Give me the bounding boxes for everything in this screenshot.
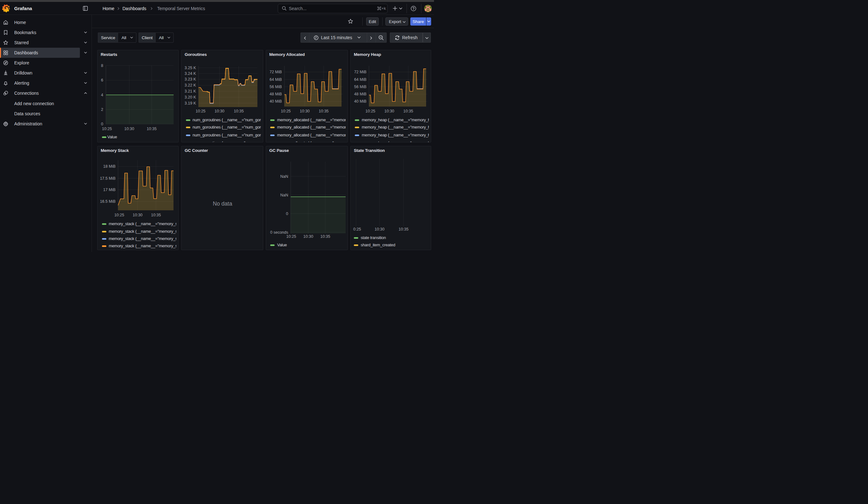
svg-text:10:35: 10:35 xyxy=(151,213,161,217)
svg-text:10:25: 10:25 xyxy=(286,234,296,239)
svg-text:8: 8 xyxy=(101,63,103,68)
svg-text:10:30: 10:30 xyxy=(215,109,225,113)
svg-text:48 MiB: 48 MiB xyxy=(270,92,282,96)
svg-text:3.25 K: 3.25 K xyxy=(185,66,196,70)
svg-text:3.23 K: 3.23 K xyxy=(185,77,196,81)
svg-text:18 MiB: 18 MiB xyxy=(103,164,115,169)
svg-text:56 MiB: 56 MiB xyxy=(270,85,282,89)
svg-text:40 MiB: 40 MiB xyxy=(354,99,366,104)
svg-text:10:35: 10:35 xyxy=(234,109,244,113)
svg-text:0: 0 xyxy=(101,122,103,126)
svg-text:10:25: 10:25 xyxy=(365,109,375,113)
svg-text:40 MiB: 40 MiB xyxy=(270,99,282,104)
svg-text:72 MiB: 72 MiB xyxy=(270,70,282,74)
svg-text:64 MiB: 64 MiB xyxy=(270,78,282,82)
svg-text:6: 6 xyxy=(101,78,103,82)
svg-text:10:25: 10:25 xyxy=(102,127,112,131)
svg-text:3.19 K: 3.19 K xyxy=(185,101,196,105)
svg-text:3.24 K: 3.24 K xyxy=(185,71,196,76)
svg-text:10:35: 10:35 xyxy=(147,127,157,131)
svg-text:10:35: 10:35 xyxy=(320,234,330,239)
svg-text:10:35: 10:35 xyxy=(319,109,329,113)
svg-text:10:30: 10:30 xyxy=(375,227,384,232)
svg-text:10:35: 10:35 xyxy=(403,109,413,113)
svg-text:17.5 MiB: 17.5 MiB xyxy=(100,176,115,181)
svg-text:56 MiB: 56 MiB xyxy=(354,85,366,89)
svg-text:10:25: 10:25 xyxy=(114,213,124,217)
svg-text:10:25: 10:25 xyxy=(353,227,361,232)
svg-text:3.22 K: 3.22 K xyxy=(185,83,196,88)
svg-text:16.5 MiB: 16.5 MiB xyxy=(100,199,115,204)
svg-text:NaN: NaN xyxy=(280,193,288,197)
svg-text:NaN: NaN xyxy=(280,174,288,179)
svg-text:0 seconds: 0 seconds xyxy=(270,230,288,235)
svg-text:10:25: 10:25 xyxy=(196,109,206,113)
svg-text:10:30: 10:30 xyxy=(384,109,394,113)
svg-text:0: 0 xyxy=(286,212,288,216)
svg-text:10:30: 10:30 xyxy=(300,109,310,113)
svg-text:3.20 K: 3.20 K xyxy=(185,95,196,100)
svg-text:10:30: 10:30 xyxy=(303,234,313,239)
svg-text:2: 2 xyxy=(101,107,103,112)
svg-text:3.21 K: 3.21 K xyxy=(185,89,196,93)
svg-text:72 MiB: 72 MiB xyxy=(354,70,366,74)
svg-text:10:30: 10:30 xyxy=(124,127,134,131)
svg-text:10:25: 10:25 xyxy=(281,109,291,113)
svg-text:10:30: 10:30 xyxy=(133,213,142,217)
svg-text:64 MiB: 64 MiB xyxy=(354,78,366,82)
svg-text:10:35: 10:35 xyxy=(399,227,409,232)
svg-text:4: 4 xyxy=(101,93,103,97)
svg-text:48 MiB: 48 MiB xyxy=(354,92,366,96)
svg-text:17 MiB: 17 MiB xyxy=(103,187,115,192)
